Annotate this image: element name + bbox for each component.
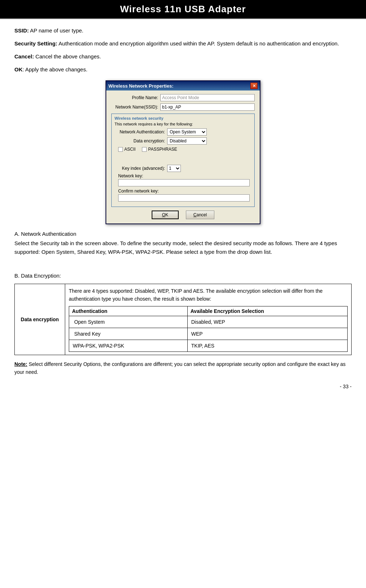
cancel-paragraph: Cancel: Cancel the above changes.	[14, 52, 352, 61]
data-encryption-row-label: Data encryption	[15, 284, 65, 355]
note-text: Select different Security Options, the c…	[14, 361, 345, 375]
section-a-heading: A. Network Authentication	[14, 231, 352, 237]
dialog-wrapper: Wireless Network Properties: ✕ Profile N…	[14, 80, 352, 224]
enc-table-cell-auth-2: Shared Key	[69, 328, 188, 340]
cancel-btn-text: ancel	[196, 212, 207, 217]
blank-area	[115, 154, 251, 165]
profile-name-input[interactable]	[160, 94, 255, 101]
dialog-title: Wireless Network Properties:	[108, 83, 174, 89]
ok-underline: O	[162, 212, 165, 217]
ok-button[interactable]: OK	[152, 211, 179, 219]
enc-table-cell-enc-3: TKIP, AES	[187, 340, 347, 352]
auth-row: Network Authentication: Open System	[115, 128, 251, 136]
enc-table-header-row: Authentication Available Encryption Sele…	[69, 306, 348, 316]
data-encryption-desc: There are 4 types supported: Disabled, W…	[69, 287, 348, 303]
ok-text: : Apply the above changes.	[23, 66, 88, 72]
passphrase-checkbox-label: PASSPHRASE	[142, 147, 177, 152]
keyindex-select[interactable]: 1	[167, 165, 181, 172]
page-number: - 33 -	[14, 384, 352, 389]
network-name-input[interactable]	[160, 103, 255, 111]
auth-select[interactable]: Open System	[167, 128, 207, 136]
note-paragraph: Note: Select different Security Options,…	[14, 360, 352, 376]
page-title: Wireless 11n USB Adapter	[7, 4, 359, 15]
ascii-checkbox-label: ASCII	[118, 147, 135, 152]
page-header: Wireless 11n USB Adapter	[0, 0, 366, 19]
enc-table-row-1: Open System Disabled, WEP	[69, 316, 348, 328]
ok-label: OK	[14, 66, 23, 72]
ssid-text: AP name of user type.	[30, 27, 83, 34]
netkey-label: Network key:	[118, 173, 251, 178]
netkey-input[interactable]	[118, 179, 250, 186]
enc-table-header-auth: Authentication	[69, 306, 188, 316]
enc-select[interactable]: Disabled	[167, 137, 207, 145]
security-section-desc: This network requires a key for the foll…	[115, 122, 251, 126]
passphrase-checkbox[interactable]	[142, 147, 147, 152]
confirmkey-input[interactable]	[118, 194, 250, 202]
cancel-label: Cancel:	[14, 53, 34, 59]
security-setting-text: Authentication mode and encryption algor…	[59, 40, 339, 47]
netkey-section: Network key:	[115, 173, 251, 189]
security-section-box: Wireless network security This network r…	[111, 114, 255, 207]
cancel-text: Cancel the above changes.	[35, 53, 101, 59]
enc-table-row-3: WPA-PSK, WPA2-PSK TKIP, AES	[69, 340, 348, 352]
profile-name-label: Profile Name:	[111, 95, 158, 100]
confirmkey-section: Confirm network key:	[115, 189, 251, 204]
dialog-footer: OK Cancel	[111, 211, 255, 219]
checkboxes-row: ASCII PASSPHRASE	[118, 147, 251, 152]
ascii-label: ASCII	[124, 147, 135, 152]
auth-label: Network Authentication:	[115, 129, 165, 134]
ascii-checkbox[interactable]	[118, 147, 123, 152]
data-encryption-row: Data encryption There are 4 types suppor…	[15, 284, 352, 355]
dialog-close-button[interactable]: ✕	[250, 83, 258, 89]
profile-name-row: Profile Name:	[111, 94, 255, 101]
section-a-text: Select the Security tab in the screen ab…	[14, 239, 352, 256]
enc-table-cell-auth-3: WPA-PSK, WPA2-PSK	[69, 340, 188, 352]
enc-row: Data encryption: Disabled	[115, 137, 251, 145]
enc-table-cell-enc-2: WEP	[187, 328, 347, 340]
enc-table-header-enc: Available Encryption Selection	[187, 306, 347, 316]
dialog-body: Profile Name: Network Name(SSID): Wirele…	[106, 90, 260, 224]
cancel-button[interactable]: Cancel	[186, 211, 214, 219]
ok-btn-text: K	[165, 212, 168, 217]
confirmkey-label: Confirm network key:	[118, 189, 251, 194]
passphrase-label: PASSPHRASE	[148, 147, 177, 152]
note-label: Note:	[14, 361, 27, 367]
content-area: SSID: AP name of user type. Security Set…	[0, 19, 366, 400]
data-encryption-content: There are 4 types supported: Disabled, W…	[65, 284, 352, 355]
network-name-row: Network Name(SSID):	[111, 103, 255, 111]
enc-label: Data encryption:	[115, 138, 165, 143]
enc-table-cell-auth-1: Open System	[69, 316, 188, 328]
note-underline: Note:	[14, 361, 27, 367]
enc-table-cell-enc-1: Disabled, WEP	[187, 316, 347, 328]
network-name-label: Network Name(SSID):	[111, 105, 158, 110]
wireless-dialog: Wireless Network Properties: ✕ Profile N…	[106, 80, 260, 224]
keyindex-row: Key index (advanced): 1	[115, 165, 251, 172]
keyindex-label: Key index (advanced):	[115, 166, 165, 171]
dialog-titlebar: Wireless Network Properties: ✕	[106, 81, 260, 90]
data-encryption-table: Data encryption There are 4 types suppor…	[14, 284, 352, 355]
security-setting-label: Security Setting:	[14, 40, 57, 47]
security-setting-paragraph: Security Setting: Authentication mode an…	[14, 39, 352, 48]
security-section-label: Wireless network security	[115, 116, 251, 120]
encryption-inner-table: Authentication Available Encryption Sele…	[69, 306, 348, 352]
ok-paragraph: OK: Apply the above changes.	[14, 65, 352, 74]
enc-table-row-2: Shared Key WEP	[69, 328, 348, 340]
section-b-heading: B. Data Encryption:	[14, 273, 352, 279]
ssid-label: SSID:	[14, 27, 29, 34]
section-b-spacing	[14, 261, 352, 268]
ssid-paragraph: SSID: AP name of user type.	[14, 26, 352, 35]
